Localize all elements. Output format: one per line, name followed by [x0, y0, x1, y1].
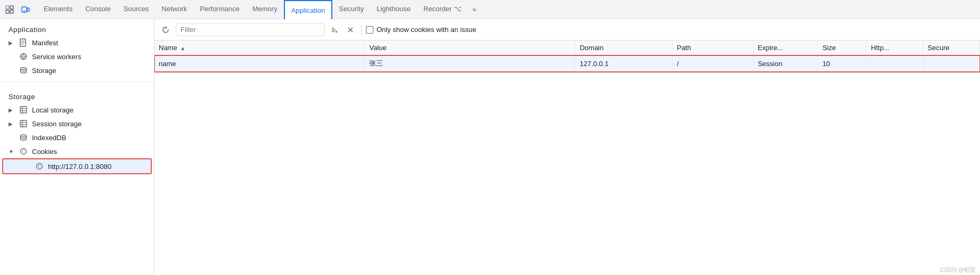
- col-header-expires[interactable]: Expire...: [753, 41, 818, 55]
- col-header-http[interactable]: Http...: [867, 41, 923, 55]
- sidebar-item-session-storage[interactable]: ▶ Session storage: [0, 117, 154, 131]
- service-workers-icon: [19, 52, 28, 61]
- cell-domain: 127.0.0.1: [575, 55, 672, 72]
- filter-input[interactable]: [176, 23, 325, 36]
- content-area: Only show cookies with an issue Name ▲ V…: [154, 19, 980, 275]
- storage-icon: [19, 66, 28, 75]
- cookies-arrow: ▼: [9, 149, 15, 155]
- col-header-secure[interactable]: Secure: [923, 41, 979, 55]
- sidebar-item-cookies[interactable]: ▼ Cookies: [0, 144, 154, 158]
- session-storage-icon: [19, 119, 28, 128]
- manifest-arrow: ▶: [9, 40, 15, 46]
- col-header-size[interactable]: Size: [818, 41, 867, 55]
- tab-network[interactable]: Network: [156, 0, 194, 19]
- cell-name: name: [154, 55, 365, 72]
- filter-clear-icon[interactable]: [328, 23, 341, 36]
- svg-point-27: [21, 149, 27, 155]
- col-header-name[interactable]: Name ▲: [154, 41, 365, 55]
- indexeddb-label: IndexedDB: [32, 134, 66, 142]
- cookie-toolbar: Only show cookies with an issue: [154, 19, 980, 41]
- tab-sources[interactable]: Sources: [117, 0, 156, 19]
- table-row[interactable]: name张三127.0.0.1/Session10: [154, 55, 980, 72]
- sidebar-item-indexeddb[interactable]: ▶ IndexedDB: [0, 131, 154, 144]
- sidebar-divider-1: [0, 82, 154, 82]
- sidebar-item-storage[interactable]: ▶ Storage: [0, 63, 154, 77]
- cookie-table: Name ▲ Value Domain Path Expire... Size …: [154, 41, 980, 275]
- svg-point-30: [22, 152, 23, 153]
- tab-console[interactable]: Console: [79, 0, 117, 19]
- svg-point-17: [21, 68, 27, 70]
- sidebar-item-service-workers[interactable]: ▶ Service workers: [0, 50, 154, 63]
- close-filter-button[interactable]: [344, 23, 357, 36]
- watermark: CSDN @昭宣: [940, 266, 976, 274]
- svg-rect-3: [10, 10, 13, 13]
- sidebar-item-cookies-url[interactable]: ▶ http://127.0.0.1:8080: [2, 158, 152, 174]
- tab-lighthouse[interactable]: Lighthouse: [370, 0, 417, 19]
- tab-bar: Elements Console Sources Network Perform…: [0, 0, 980, 19]
- only-issues-label[interactable]: Only show cookies with an issue: [366, 26, 476, 34]
- name-sort-arrow: ▲: [180, 45, 185, 51]
- svg-point-31: [24, 152, 24, 152]
- tab-performance[interactable]: Performance: [193, 0, 246, 19]
- tab-memory[interactable]: Memory: [246, 0, 284, 19]
- storage-sidebar-label: Storage: [32, 67, 56, 75]
- svg-point-33: [38, 165, 39, 166]
- cookies-icon: [19, 147, 28, 156]
- session-storage-arrow: ▶: [9, 121, 15, 127]
- device-toggle-icon[interactable]: [18, 2, 33, 17]
- tab-recorder[interactable]: Recorder ⌥: [417, 0, 468, 19]
- sidebar-item-local-storage[interactable]: ▶ Local storage: [0, 103, 154, 117]
- cell-path: /: [672, 55, 753, 72]
- refresh-button[interactable]: [159, 23, 173, 37]
- only-issues-text: Only show cookies with an issue: [377, 26, 476, 34]
- only-issues-checkbox[interactable]: [366, 26, 373, 34]
- svg-point-34: [40, 165, 41, 166]
- svg-point-36: [40, 167, 40, 167]
- svg-point-26: [21, 135, 27, 137]
- svg-rect-22: [20, 120, 27, 127]
- session-storage-label: Session storage: [32, 120, 81, 128]
- svg-rect-0: [6, 6, 9, 9]
- local-storage-label: Local storage: [32, 106, 74, 114]
- sidebar: Application ▶ Manifest ▶: [0, 19, 154, 275]
- manifest-icon: [19, 38, 28, 47]
- table-header-row: Name ▲ Value Domain Path Expire... Size …: [154, 41, 980, 55]
- sidebar-section-storage: Storage: [0, 86, 154, 103]
- manifest-label: Manifest: [32, 39, 58, 47]
- svg-point-29: [24, 150, 25, 151]
- svg-point-35: [38, 167, 39, 168]
- cookies-url-icon: [35, 162, 44, 171]
- svg-point-12: [22, 55, 24, 58]
- cell-size: 10: [818, 55, 867, 72]
- more-tabs-button[interactable]: »: [468, 0, 480, 19]
- main-area: Application ▶ Manifest ▶: [0, 19, 980, 275]
- col-header-domain[interactable]: Domain: [575, 41, 672, 55]
- cell-secure: [923, 55, 979, 72]
- cookies-table: Name ▲ Value Domain Path Expire... Size …: [154, 41, 980, 72]
- inspect-icon[interactable]: [2, 2, 17, 17]
- local-storage-arrow: ▶: [9, 107, 15, 113]
- cookie-table-body: name张三127.0.0.1/Session10: [154, 55, 980, 72]
- col-header-value[interactable]: Value: [365, 41, 575, 55]
- svg-point-28: [22, 150, 23, 151]
- cell-http: [867, 55, 923, 72]
- toolbar-separator: [361, 25, 362, 35]
- svg-point-32: [37, 164, 43, 169]
- svg-rect-5: [27, 8, 29, 11]
- tab-application[interactable]: Application: [284, 0, 333, 19]
- svg-rect-2: [6, 10, 9, 13]
- svg-rect-18: [20, 107, 27, 113]
- cell-expires: Session: [753, 55, 818, 72]
- cookies-label: Cookies: [32, 148, 57, 156]
- sidebar-section-application: Application: [0, 19, 154, 36]
- col-header-path[interactable]: Path: [672, 41, 753, 55]
- cookies-url-label: http://127.0.0.1:8080: [48, 163, 111, 171]
- tab-elements[interactable]: Elements: [37, 0, 79, 19]
- indexeddb-icon: [19, 133, 28, 142]
- cell-value: 张三: [365, 55, 575, 72]
- sidebar-item-manifest[interactable]: ▶ Manifest: [0, 36, 154, 50]
- local-storage-icon: [19, 106, 28, 114]
- tab-security[interactable]: Security: [332, 0, 370, 19]
- devtools-icons: [2, 2, 33, 17]
- svg-rect-1: [10, 6, 13, 9]
